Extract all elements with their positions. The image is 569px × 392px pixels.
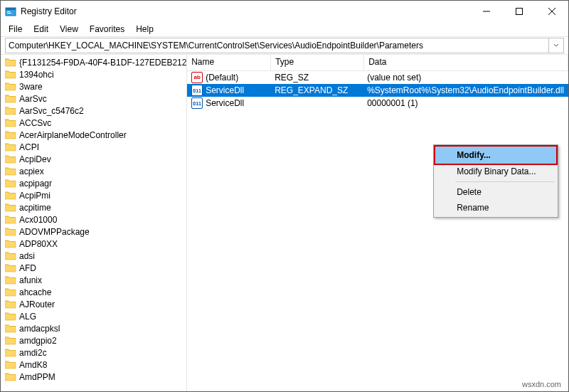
ctx-separator <box>455 181 555 182</box>
tree-item[interactable]: 1394ohci <box>1 68 186 80</box>
tree-item[interactable]: Acx01000 <box>1 213 186 226</box>
tree-item[interactable]: adsi <box>1 250 186 262</box>
tree-item[interactable]: acpitime <box>1 201 186 213</box>
tree-item[interactable]: AcpiPmi <box>1 189 186 201</box>
list-row[interactable]: 011ServiceDll00000001 (1) <box>187 97 568 110</box>
list-rows: ab(Default)REG_SZ(value not set)011Servi… <box>187 71 568 110</box>
address-bar <box>1 36 568 55</box>
registry-editor-window: Registry Editor File Edit View Favorites… <box>0 0 569 392</box>
ctx-delete[interactable]: Delete <box>435 184 556 200</box>
value-data: %SystemRoot%\System32\AudioEndpointBuild… <box>363 85 568 95</box>
tree-item[interactable]: ADOVMPPackage <box>1 226 186 238</box>
close-button[interactable] <box>536 1 568 22</box>
address-dropdown-button[interactable] <box>549 38 564 53</box>
folder-icon <box>5 239 16 248</box>
address-input[interactable] <box>5 38 549 53</box>
maximize-button[interactable] <box>503 1 536 22</box>
tree-item[interactable]: amdgpio2 <box>1 334 186 346</box>
tree-item[interactable]: 3ware <box>1 80 186 92</box>
tree-item-label: amdi2c <box>19 348 47 358</box>
tree-item[interactable]: amdacpksl <box>1 322 186 334</box>
tree-item[interactable]: ACCSvc <box>1 117 186 129</box>
value-name: ServiceDll <box>206 98 244 108</box>
tree-item-label: amdgpio2 <box>19 336 57 346</box>
folder-icon <box>5 215 16 224</box>
value-type: REG_SZ <box>270 73 363 83</box>
tree-item[interactable]: acpipagr <box>1 177 186 189</box>
value-name: (Default) <box>206 73 238 83</box>
tree-item-label: amdacpksl <box>19 324 60 334</box>
folder-icon <box>5 130 16 139</box>
tree-item[interactable]: AarSvc <box>1 92 186 105</box>
ctx-modify-binary[interactable]: Modify Binary Data... <box>435 164 556 179</box>
folder-icon <box>5 263 16 272</box>
tree-item-label: ADP80XX <box>19 239 58 249</box>
tree-item[interactable]: ahcache <box>1 286 186 298</box>
string-value-icon: ab <box>191 72 203 83</box>
folder-icon <box>5 82 16 91</box>
svg-rect-2 <box>7 11 10 12</box>
folder-icon <box>5 106 16 115</box>
list-header: Name Type Data <box>187 55 568 71</box>
tree-item-label: AarSvc <box>19 94 47 104</box>
tree-item[interactable]: AmdPPM <box>1 371 186 383</box>
tree-item[interactable]: AarSvc_c5476c2 <box>1 105 186 117</box>
folder-icon <box>5 287 16 297</box>
tree-item-label: ACCSvc <box>19 118 51 128</box>
tree-item[interactable]: AmdK8 <box>1 359 186 371</box>
menu-edit[interactable]: Edit <box>28 23 53 35</box>
tree-item-label: ADOVMPPackage <box>19 227 90 237</box>
tree-item[interactable]: ALG <box>1 310 186 322</box>
value-data: 00000001 (1) <box>363 98 568 108</box>
column-type[interactable]: Type <box>271 55 364 70</box>
tree-item[interactable]: afunix <box>1 274 186 286</box>
tree-item[interactable]: acpiex <box>1 165 186 177</box>
tree-item[interactable]: AcerAirplaneModeController <box>1 129 186 141</box>
menu-view[interactable]: View <box>55 23 83 35</box>
folder-icon <box>5 118 16 127</box>
menu-favorites[interactable]: Favorites <box>85 23 129 35</box>
column-data[interactable]: Data <box>364 55 568 70</box>
tree-item[interactable]: ADP80XX <box>1 238 186 250</box>
tree-item-label: ACPI <box>19 142 39 152</box>
menubar: File Edit View Favorites Help <box>1 22 568 36</box>
titlebar: Registry Editor <box>1 1 568 22</box>
tree-item-label: AFD <box>19 263 36 273</box>
tree-item[interactable]: amdi2c <box>1 346 186 359</box>
tree-item-label: AcpiPmi <box>19 191 50 201</box>
menu-file[interactable]: File <box>4 23 27 35</box>
column-name[interactable]: Name <box>187 55 271 70</box>
tree-item[interactable]: {F1131254-F9DA-40F4-B1DF-127EDEB212F0} <box>1 56 186 68</box>
value-list: Name Type Data ab(Default)REG_SZ(value n… <box>187 55 568 391</box>
minimize-button[interactable] <box>470 1 503 22</box>
folder-icon <box>5 372 16 381</box>
tree-item-label: acpitime <box>19 203 51 213</box>
tree-item-label: AarSvc_c5476c2 <box>19 106 84 116</box>
window-controls <box>470 1 568 22</box>
list-row[interactable]: 011ServiceDllREG_EXPAND_SZ%SystemRoot%\S… <box>187 84 568 97</box>
value-name: ServiceDll <box>206 85 244 95</box>
folder-icon <box>5 324 16 333</box>
svg-rect-1 <box>6 8 16 10</box>
ctx-modify[interactable]: Modify... <box>434 145 558 165</box>
tree-item-label: 3ware <box>19 82 43 92</box>
folder-icon <box>5 142 16 152</box>
folder-icon <box>5 312 16 321</box>
tree-item[interactable]: AcpiDev <box>1 153 186 165</box>
folder-icon <box>5 251 16 260</box>
folder-icon <box>5 336 16 345</box>
ctx-rename[interactable]: Rename <box>435 200 556 216</box>
tree-item[interactable]: AJRouter <box>1 298 186 310</box>
folder-icon <box>5 203 16 212</box>
key-tree[interactable]: {F1131254-F9DA-40F4-B1DF-127EDEB212F0}13… <box>1 55 187 391</box>
tree-item[interactable]: AFD <box>1 262 186 274</box>
tree-item-label: AcpiDev <box>19 154 51 164</box>
menu-help[interactable]: Help <box>131 23 159 35</box>
folder-icon <box>5 154 16 164</box>
tree-item-label: AJRouter <box>19 300 55 309</box>
folder-icon <box>5 94 16 103</box>
list-row[interactable]: ab(Default)REG_SZ(value not set) <box>187 71 568 84</box>
tree-item[interactable]: ACPI <box>1 141 186 153</box>
tree-item-label: adsi <box>19 251 35 261</box>
svg-rect-3 <box>7 13 11 14</box>
